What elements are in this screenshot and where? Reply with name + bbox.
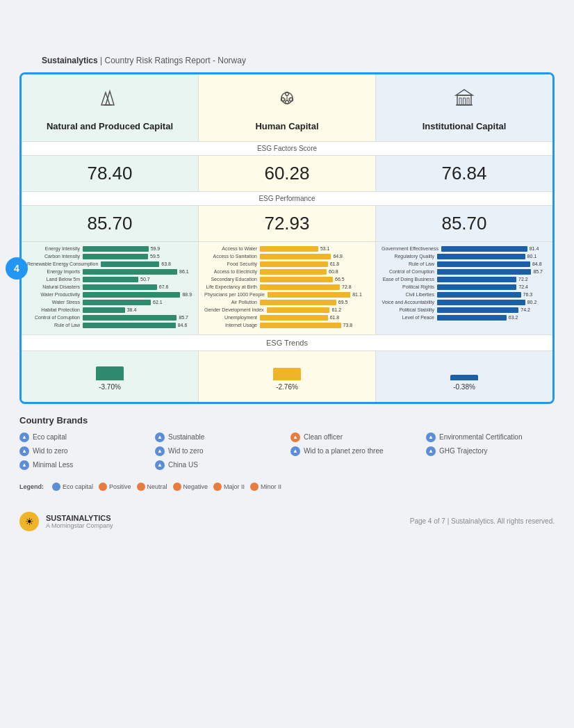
bar-track: 61.2 xyxy=(267,307,370,313)
esg-factors-score-row: 78.40 60.28 76.84 xyxy=(22,156,552,191)
bar-value: 81.1 xyxy=(352,292,362,297)
bar-track: 72.8 xyxy=(260,284,370,290)
bar-track: 73.8 xyxy=(260,323,370,328)
legend-item: Minor II xyxy=(250,483,281,491)
legend-item: Neutral xyxy=(137,483,167,491)
bar-item: Energy Intensity59.9 xyxy=(27,246,192,252)
bar-track: 50.7 xyxy=(83,277,192,282)
brand-name: Sustainalytics xyxy=(42,56,98,65)
brand-text: Environmental Certification xyxy=(439,433,523,441)
bar-track: 81.1 xyxy=(268,292,370,298)
svg-point-7 xyxy=(286,101,289,104)
bar-label: Land Below 5m xyxy=(27,277,83,282)
institutional-trend-bar xyxy=(450,375,478,380)
bar-item: Ease of Doing Business72.2 xyxy=(382,277,547,282)
esg-trends-label: ESG Trends xyxy=(266,339,308,347)
bar-item: Life Expectancy at Birth72.8 xyxy=(204,284,370,290)
bar-item: Control of Corruption85.7 xyxy=(382,269,547,275)
natural-bars: Energy Intensity59.9Carbon Intensity59.5… xyxy=(22,242,199,334)
institutional-perf-value: 85.70 xyxy=(379,213,549,234)
bar-fill xyxy=(437,261,530,267)
bar-fill xyxy=(260,254,331,259)
legend-item: Eco capital xyxy=(52,483,93,491)
footer-right: Page 4 of 7 | Sustainalytics. All rights… xyxy=(410,517,555,525)
brand-text: Clean officer xyxy=(304,433,343,441)
bar-fill xyxy=(83,284,157,290)
bar-label: Rule of Law xyxy=(27,323,83,327)
bar-label: Regulatory Quality xyxy=(382,254,437,259)
bar-track: 80.2 xyxy=(437,300,547,305)
bar-track: 72.4 xyxy=(437,284,547,290)
bar-label: Political Rights xyxy=(382,284,437,289)
brand-text: Minimal Less xyxy=(33,461,73,469)
bar-fill xyxy=(83,292,180,298)
bar-fill xyxy=(83,323,176,328)
legend-items: Eco capitalPositiveNeutralNegativeMajor … xyxy=(52,483,281,491)
legend-item: Positive xyxy=(99,483,131,491)
bar-label: Natural Disasters xyxy=(27,284,83,289)
human-header: Human Capital xyxy=(199,74,376,142)
natural-trend-bar-container xyxy=(96,359,124,380)
main-card: Natural and Produced Capital Human xyxy=(19,72,555,404)
bar-value: 74.2 xyxy=(520,307,530,312)
bar-track: 69.5 xyxy=(260,300,370,305)
bar-value: 61.8 xyxy=(330,261,340,266)
bar-item: Government Effectiveness81.4 xyxy=(382,246,547,252)
bar-value: 80.1 xyxy=(527,254,537,259)
bar-fill xyxy=(260,323,341,328)
brand-icon: ▲ xyxy=(19,460,29,470)
svg-point-5 xyxy=(281,98,285,102)
bar-fill xyxy=(260,284,340,290)
bar-fill xyxy=(268,292,350,298)
bar-fill xyxy=(437,254,525,259)
brand-item: ▲Sustainable xyxy=(155,432,284,442)
human-score-value: 60.28 xyxy=(202,163,372,184)
bar-label: Food Security xyxy=(204,261,260,266)
svg-point-4 xyxy=(286,92,289,96)
svg-marker-0 xyxy=(106,91,114,105)
brand-text: China US xyxy=(168,461,198,469)
institutional-header: Institutional Capital xyxy=(376,74,552,142)
bar-fill xyxy=(260,277,333,282)
bar-track: 38.4 xyxy=(83,307,192,313)
natural-trend-bar xyxy=(96,366,124,380)
bar-value: 81.4 xyxy=(530,246,539,251)
legend-item-label: Major II xyxy=(224,483,245,490)
brand-item: ▲GHG Trajectory xyxy=(426,446,555,456)
bar-track: 81.4 xyxy=(441,246,547,252)
brand-icon: ▲ xyxy=(426,432,436,442)
esg-performance-label-row: ESG Performance xyxy=(22,191,552,206)
bar-item: Renewable Energy Consumption63.8 xyxy=(27,261,192,267)
bar-item: Political Stability74.2 xyxy=(382,307,547,313)
bar-track: 61.8 xyxy=(260,315,370,321)
bar-value: 85.7 xyxy=(533,269,543,274)
bar-item: Carbon Intensity59.5 xyxy=(27,254,192,259)
bar-value: 84.8 xyxy=(532,261,542,266)
brand-text: Wid to zero xyxy=(168,447,204,455)
brand-icon: ▲ xyxy=(290,432,300,442)
natural-esg-score: 78.40 xyxy=(22,156,199,191)
institutional-trend-value: -0.38% xyxy=(453,383,475,391)
natural-perf: 85.70 xyxy=(22,206,199,241)
bar-label: Political Stability xyxy=(382,307,437,312)
brand-icon: ▲ xyxy=(155,446,165,456)
bar-value: 72.8 xyxy=(342,284,352,289)
bar-fill xyxy=(83,307,125,313)
bar-value: 86.1 xyxy=(179,269,189,274)
bar-item: Voice and Accountability80.2 xyxy=(382,300,547,305)
bar-fill xyxy=(83,277,138,282)
esg-trends-label-row: ESG Trends xyxy=(22,335,552,351)
bar-item: Air Pollution69.5 xyxy=(204,300,370,305)
human-icon xyxy=(274,86,300,115)
bar-label: Gender Development Index xyxy=(204,307,267,312)
bar-item: Access to Water53.1 xyxy=(204,246,370,252)
bar-item: Access to Sanitation64.8 xyxy=(204,254,370,259)
bar-track: 76.3 xyxy=(437,292,547,298)
brand-icon: ▲ xyxy=(155,460,165,470)
svg-marker-15 xyxy=(456,90,473,95)
svg-rect-12 xyxy=(459,98,461,105)
column-headers: Natural and Produced Capital Human xyxy=(22,74,552,142)
bar-item: Habitat Protection38.4 xyxy=(27,307,192,313)
bar-label: Energy Imports xyxy=(27,269,83,274)
bar-item: Civil Liberties76.3 xyxy=(382,292,547,298)
